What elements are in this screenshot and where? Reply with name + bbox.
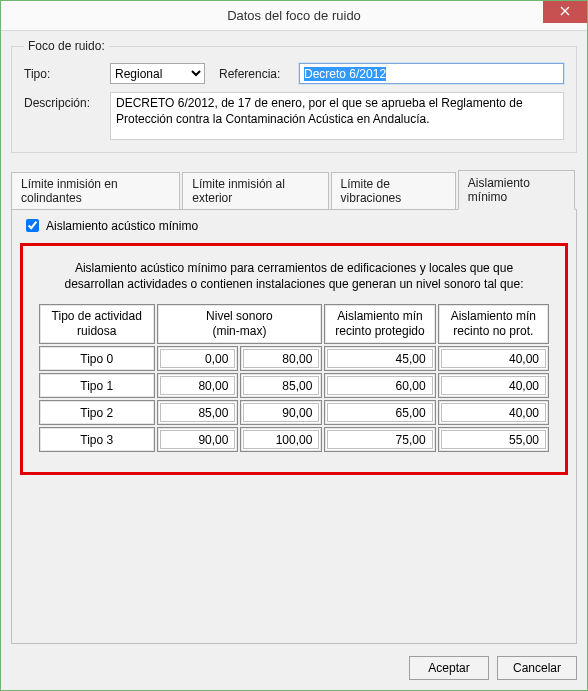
table-row: Tipo 1 80,00 85,00 60,00 40,00 [39, 373, 549, 398]
desc-label: Descripción: [24, 92, 102, 110]
min-input[interactable]: 0,00 [160, 349, 236, 368]
table-row: Tipo 2 85,00 90,00 65,00 40,00 [39, 400, 549, 425]
prot-input[interactable]: 75,00 [327, 430, 432, 449]
noprot-input[interactable]: 40,00 [441, 376, 546, 395]
row-label: Tipo 2 [39, 400, 155, 425]
tab-inmision-colindantes[interactable]: Límite inmisión en colindantes [11, 172, 180, 210]
foco-legend: Foco de ruido: [24, 39, 109, 53]
min-input[interactable]: 80,00 [160, 376, 236, 395]
prot-input[interactable]: 45,00 [327, 349, 432, 368]
tab-vibraciones[interactable]: Límite de vibraciones [331, 172, 456, 210]
tipo-select[interactable]: Regional [110, 63, 205, 84]
aislamiento-checkbox-label: Aislamiento acústico mínimo [46, 219, 198, 233]
max-input[interactable]: 100,00 [243, 430, 319, 449]
min-input[interactable]: 90,00 [160, 430, 236, 449]
row-label: Tipo 1 [39, 373, 155, 398]
row-label: Tipo 3 [39, 427, 155, 452]
cancel-button[interactable]: Cancelar [497, 656, 577, 680]
aislamiento-table: Tipo de actividad ruidosa Nivel sonoro (… [37, 302, 551, 454]
window: Datos del foco de ruido Foco de ruido: T… [0, 0, 588, 691]
max-input[interactable]: 90,00 [243, 403, 319, 422]
table-row: Tipo 3 90,00 100,00 75,00 55,00 [39, 427, 549, 452]
table-row: Tipo 0 0,00 80,00 45,00 40,00 [39, 346, 549, 371]
ref-label: Referencia: [219, 67, 291, 81]
prot-input[interactable]: 65,00 [327, 403, 432, 422]
ok-button[interactable]: Aceptar [409, 656, 489, 680]
noprot-input[interactable]: 55,00 [441, 430, 546, 449]
tab-pane-aislamiento: Aislamiento acústico mínimo Aislamiento … [11, 209, 577, 644]
close-button[interactable] [543, 1, 587, 23]
min-input[interactable]: 85,00 [160, 403, 236, 422]
th-nivel: Nivel sonoro (min-max) [157, 304, 323, 344]
max-input[interactable]: 85,00 [243, 376, 319, 395]
tab-bar: Límite inmisión en colindantes Límite in… [11, 169, 577, 209]
tab-inmision-exterior[interactable]: Límite inmisión al exterior [182, 172, 328, 210]
prot-input[interactable]: 60,00 [327, 376, 432, 395]
foco-group: Foco de ruido: Tipo: Regional Referencia… [11, 39, 577, 153]
th-noprot: Aislamiento mín recinto no prot. [438, 304, 549, 344]
noprot-input[interactable]: 40,00 [441, 403, 546, 422]
window-title: Datos del foco de ruido [227, 8, 361, 23]
close-icon [560, 6, 570, 18]
dialog-footer: Aceptar Cancelar [11, 644, 577, 680]
tipo-label: Tipo: [24, 67, 102, 81]
client-area: Foco de ruido: Tipo: Regional Referencia… [1, 31, 587, 690]
titlebar: Datos del foco de ruido [1, 1, 587, 31]
ref-input[interactable] [299, 63, 564, 84]
row-label: Tipo 0 [39, 346, 155, 371]
aislamiento-checkbox[interactable] [26, 219, 39, 232]
tab-aislamiento-minimo[interactable]: Aislamiento mínimo [458, 170, 575, 210]
th-prot: Aislamiento mín recinto protegido [324, 304, 435, 344]
max-input[interactable]: 80,00 [243, 349, 319, 368]
highlight-caption: Aislamiento acústico mínimo para cerrami… [37, 260, 551, 292]
noprot-input[interactable]: 40,00 [441, 349, 546, 368]
desc-textarea[interactable]: DECRETO 6/2012, de 17 de enero, por el q… [110, 92, 564, 140]
highlight-box: Aislamiento acústico mínimo para cerrami… [20, 243, 568, 475]
th-tipo: Tipo de actividad ruidosa [39, 304, 155, 344]
